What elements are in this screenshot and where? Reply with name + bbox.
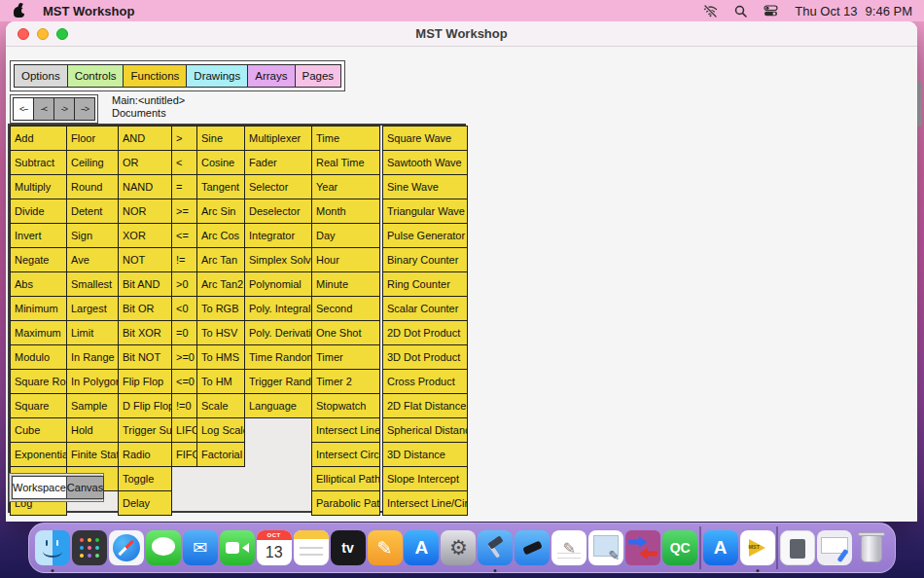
dock-messages[interactable] xyxy=(146,530,181,565)
function-cell[interactable]: Sample xyxy=(66,393,119,418)
tab-pages[interactable]: Pages xyxy=(295,64,342,88)
function-cell[interactable]: Detent xyxy=(66,199,119,224)
function-cell[interactable]: >=0 xyxy=(171,344,197,370)
dock-qc-app[interactable]: QC xyxy=(662,530,697,565)
function-cell[interactable]: !=0 xyxy=(171,393,197,418)
menubar-app-name[interactable]: MST Workshop xyxy=(43,4,134,18)
function-cell[interactable]: Timer 2 xyxy=(311,369,380,394)
function-cell[interactable]: Bit NOT xyxy=(118,344,172,370)
function-cell[interactable]: Intersect Circles xyxy=(311,442,380,467)
dock-launchpad[interactable] xyxy=(72,530,107,565)
function-cell[interactable]: Square Root xyxy=(10,369,67,394)
function-cell[interactable]: Delay xyxy=(118,490,172,516)
function-cell[interactable]: <0 xyxy=(171,296,197,321)
function-cell[interactable]: FIFO xyxy=(171,442,197,467)
function-cell[interactable]: Multiplexer xyxy=(244,126,312,151)
function-cell[interactable]: To HSV xyxy=(196,320,245,345)
dock-developer-tool[interactable] xyxy=(515,530,550,565)
function-cell[interactable]: Parabolic Path xyxy=(311,490,380,516)
function-cell[interactable]: Arc Tan xyxy=(196,247,245,272)
function-cell[interactable]: To HMS xyxy=(196,344,245,370)
function-cell[interactable]: Log Scale xyxy=(196,417,245,443)
function-cell[interactable]: Modulo xyxy=(10,344,67,370)
dock-trash[interactable] xyxy=(854,530,889,565)
dock-calendar[interactable]: OCT13 xyxy=(257,530,292,565)
dock-safari[interactable] xyxy=(109,530,144,565)
nav-button-3[interactable]: --> xyxy=(74,97,95,121)
function-cell[interactable]: Cube xyxy=(10,417,67,443)
nav-button-0[interactable]: <-- xyxy=(13,97,34,121)
nav-button-2[interactable]: -> xyxy=(53,97,75,121)
function-cell[interactable]: 3D Distance xyxy=(382,442,468,467)
function-cell[interactable]: Cross Product xyxy=(382,369,468,394)
function-cell[interactable]: Slope Intercept xyxy=(382,466,468,491)
function-cell[interactable]: Triangular Wave xyxy=(382,199,468,224)
function-cell[interactable]: Square Wave xyxy=(382,126,468,151)
function-cell[interactable]: Deselector xyxy=(244,199,312,224)
function-cell[interactable]: Exponential xyxy=(10,442,67,467)
function-cell[interactable]: = xyxy=(171,174,197,199)
function-cell[interactable]: Hold xyxy=(66,417,119,443)
function-cell[interactable]: Stopwatch xyxy=(311,393,380,418)
zoom-button[interactable] xyxy=(56,28,68,40)
function-cell[interactable]: Arc Sin xyxy=(196,199,245,224)
function-cell[interactable]: Arc Tan2 xyxy=(196,271,245,297)
function-cell[interactable]: D Flip Flop xyxy=(118,393,172,418)
function-cell[interactable]: Spherical Distance xyxy=(382,417,468,443)
dock-mail[interactable]: ✉ xyxy=(183,530,218,565)
function-cell[interactable]: Poly. Integral xyxy=(244,296,312,321)
function-cell[interactable]: Add xyxy=(10,126,67,151)
function-cell[interactable]: <= xyxy=(171,223,197,248)
function-cell[interactable]: 3D Dot Product xyxy=(382,344,468,370)
function-cell[interactable]: Factorial xyxy=(196,442,245,467)
dock-mst-workshop[interactable]: MST xyxy=(740,530,775,565)
function-cell[interactable]: <=0 xyxy=(171,369,197,394)
function-cell[interactable]: Month xyxy=(311,199,380,224)
function-cell[interactable]: > xyxy=(171,126,197,151)
function-cell[interactable]: Trigger Sum xyxy=(118,417,172,443)
function-cell[interactable]: To HM xyxy=(196,369,245,394)
function-cell[interactable]: Polynomial xyxy=(244,271,312,297)
function-cell[interactable]: != xyxy=(171,247,197,272)
function-cell[interactable]: Ave xyxy=(66,247,119,272)
function-cell[interactable]: Toggle xyxy=(118,466,172,491)
function-cell[interactable]: Year xyxy=(311,174,380,199)
function-cell[interactable]: Invert xyxy=(10,223,67,248)
function-cell[interactable]: 2D Dot Product xyxy=(382,320,468,345)
apple-menu-icon[interactable] xyxy=(14,5,25,18)
function-cell[interactable]: Flip Flop xyxy=(118,369,172,394)
function-cell[interactable]: XOR xyxy=(118,223,172,248)
function-cell[interactable]: Square xyxy=(10,393,67,418)
function-cell[interactable]: Tangent xyxy=(196,174,245,199)
function-cell[interactable]: Finite State xyxy=(66,442,119,467)
function-cell[interactable]: Pulse Generator xyxy=(382,223,468,248)
search-icon[interactable] xyxy=(734,5,747,18)
tab-controls[interactable]: Controls xyxy=(67,64,124,88)
function-cell[interactable]: Divide xyxy=(10,199,67,224)
dock-document-viewer[interactable] xyxy=(780,530,815,565)
function-cell[interactable]: Ceiling xyxy=(66,150,119,175)
dock-file-transfer[interactable] xyxy=(625,530,660,565)
tab-arrays[interactable]: Arrays xyxy=(247,64,295,88)
function-cell[interactable]: Minimum xyxy=(10,296,67,321)
function-cell[interactable]: Simplex Solver xyxy=(244,247,312,272)
function-cell[interactable]: AND xyxy=(118,126,172,151)
function-cell[interactable]: Binary Counter xyxy=(382,247,468,272)
function-cell[interactable]: Round xyxy=(66,174,119,199)
function-cell[interactable]: Timer xyxy=(311,344,380,370)
function-cell[interactable]: Arc Cos xyxy=(196,223,245,248)
function-cell[interactable]: Selector xyxy=(244,174,312,199)
dock-pages[interactable]: ✎ xyxy=(368,530,403,565)
function-cell[interactable]: Radio xyxy=(118,442,172,467)
function-cell[interactable]: Poly. Derivative xyxy=(244,320,312,345)
function-cell[interactable]: Sawtooth Wave xyxy=(382,150,468,175)
dock-app-store-2[interactable]: A xyxy=(703,530,738,565)
function-cell[interactable]: Fader xyxy=(244,150,312,175)
control-center-icon[interactable] xyxy=(764,5,778,17)
function-cell[interactable]: < xyxy=(171,150,197,175)
function-cell[interactable]: Language xyxy=(244,393,312,418)
function-cell[interactable]: Smallest xyxy=(66,271,119,297)
tab-drawings[interactable]: Drawings xyxy=(186,64,248,88)
function-cell[interactable]: Subtract xyxy=(10,150,67,175)
function-cell[interactable]: Limit xyxy=(66,320,119,345)
